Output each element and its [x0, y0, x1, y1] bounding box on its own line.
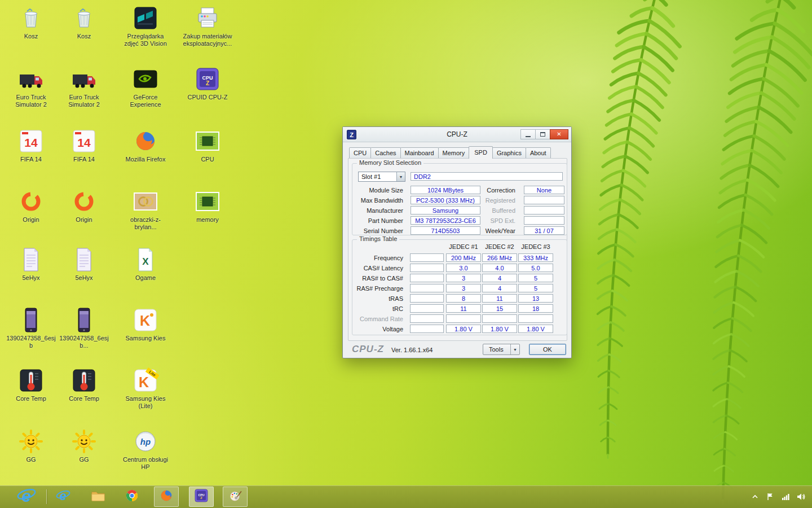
- desktop-icon-obraczki-z-brylan[interactable]: obraczki-z-brylan...: [120, 188, 171, 231]
- column-header-jedec-2: JEDEC #2: [482, 243, 517, 251]
- tab-memory[interactable]: Memory: [438, 147, 470, 158]
- taskbar-mozilla-firefox[interactable]: [154, 487, 179, 507]
- desktop-icon-przegl-darka-zdj-3d-vision[interactable]: Przeglądarka zdjęć 3D Vision: [120, 5, 171, 47]
- taskbar: eeCPUZ: [0, 485, 812, 508]
- desktop-icon-fifa-14[interactable]: 14FIFA 14: [58, 128, 110, 163]
- ie-icon: e: [55, 487, 72, 506]
- tray-flag-icon[interactable]: [766, 492, 775, 501]
- tab-mainboard[interactable]: Mainboard: [400, 147, 439, 158]
- tools-dropdown-arrow-icon[interactable]: ▼: [510, 344, 519, 354]
- desktop-icon-origin[interactable]: Origin: [58, 188, 110, 224]
- tab-cpu[interactable]: CPU: [349, 147, 371, 158]
- desktop-icon-5ehyx[interactable]: 5eHyx: [5, 246, 57, 282]
- taskbar-internet-explorer-pinned[interactable]: e: [14, 487, 39, 507]
- chrome-icon: [123, 487, 140, 506]
- ras-to-cas-value-3: 5: [518, 274, 553, 282]
- voltage-value-0: [410, 325, 444, 333]
- truck-icon: [70, 65, 98, 93]
- tab-spd[interactable]: SPD: [469, 146, 493, 159]
- desktop-icon-core-temp[interactable]: Core Temp: [5, 367, 57, 402]
- desktop-icon-euro-truck-simulator-2[interactable]: Euro Truck Simulator 2: [58, 65, 110, 108]
- command-rate-value-0: [410, 314, 444, 323]
- taskbar-cpu-z[interactable]: CPUZ: [189, 487, 214, 507]
- tab-about[interactable]: About: [526, 147, 551, 158]
- desktop-icon-core-temp[interactable]: Core Temp: [58, 367, 110, 402]
- desktop-icon-kosz[interactable]: Kosz: [58, 5, 110, 40]
- command-rate-value-3: [518, 314, 553, 323]
- desktop-icon-samsung-kies[interactable]: KSamsung Kies: [120, 306, 171, 342]
- desktop-icon-label: FIFA 14: [58, 156, 110, 163]
- chip-photo-icon: [194, 128, 221, 155]
- column-header-jedec-3: JEDEC #3: [518, 243, 553, 251]
- svg-text:14: 14: [77, 136, 91, 149]
- desktop-icon-label: GG: [5, 456, 57, 463]
- desktop-icon-zakup-materia-w-eksploatacyjnyc[interactable]: Zakup materiałów eksploatacyjnyc...: [182, 5, 233, 47]
- spd-ext-field: [524, 216, 564, 225]
- desktop-icon-label: CPU: [182, 156, 233, 163]
- frequency-value-2: 266 MHz: [482, 253, 517, 262]
- desktop-icon-gg[interactable]: GG: [5, 428, 57, 463]
- chip-photo-icon: [194, 188, 221, 215]
- tray-network-icon[interactable]: [781, 492, 790, 501]
- desktop-icon-5ehyx[interactable]: 5eHyx: [58, 246, 110, 282]
- tray-chevron-up-icon[interactable]: [751, 492, 760, 501]
- recycle-bin-icon: [17, 5, 45, 32]
- tab-graphics[interactable]: Graphics: [492, 147, 526, 158]
- voltage-value-3: 1.80 V: [518, 325, 553, 333]
- desktop-icon-mozilla-firefox[interactable]: Mozilla Firefox: [120, 128, 171, 163]
- desktop-icon-samsung-kies-lite[interactable]: KLiteSamsung Kies (Lite): [120, 367, 171, 410]
- fifa-icon: 14: [70, 128, 98, 155]
- desktop-icon-geforce-experience[interactable]: GeForce Experience: [120, 65, 171, 108]
- cas-latency-value-3: 5.0: [518, 264, 553, 272]
- taskbar-file-explorer[interactable]: [87, 487, 109, 507]
- desktop-icon-euro-truck-simulator-2[interactable]: Euro Truck Simulator 2: [5, 65, 57, 108]
- dropdown-arrow-icon[interactable]: ▼: [396, 172, 405, 181]
- desktop-icon-origin[interactable]: Origin: [5, 188, 57, 224]
- buffered-field: [524, 206, 564, 214]
- spd-ext-label: SPD Ext.: [480, 216, 519, 225]
- ras-to-cas-label: RAS# to CAS#: [352, 274, 407, 282]
- taskbar-internet-explorer[interactable]: e: [52, 487, 74, 507]
- desktop-icon-gg[interactable]: GG: [58, 428, 110, 463]
- taskbar-paint[interactable]: [223, 487, 248, 507]
- phone-icon: [70, 306, 98, 334]
- taskbar-google-chrome[interactable]: [121, 487, 143, 507]
- gg-icon: [17, 428, 45, 455]
- frequency-value-3: 333 MHz: [518, 253, 553, 262]
- desktop-icon-label: Core Temp: [58, 395, 110, 402]
- minimize-button[interactable]: [520, 129, 536, 139]
- desktop-icon-fifa-14[interactable]: 14FIFA 14: [5, 128, 57, 163]
- command-rate-label: Command Rate: [352, 314, 407, 323]
- timings-table-group: Timings Table JEDEC #1JEDEC #2JEDEC #3Fr…: [352, 239, 567, 335]
- maximize-button[interactable]: [535, 129, 550, 139]
- ok-button[interactable]: OK: [529, 344, 566, 355]
- desktop-icon-memory[interactable]: memory: [182, 188, 233, 224]
- memory-type-field: DDR2: [411, 172, 563, 181]
- close-button[interactable]: ✕: [550, 129, 568, 139]
- desktop-icon-1390247358-6esjb[interactable]: 1390247358_6esjb...: [58, 306, 110, 349]
- cas-latency-value-0: [410, 264, 444, 272]
- desktop-icon-ogame[interactable]: XOgame: [120, 246, 171, 282]
- ras-to-cas-value-0: [410, 274, 444, 282]
- tray-volume-icon[interactable]: [796, 492, 805, 501]
- doc-icon: [17, 246, 45, 273]
- desktop-icon-cpuid-cpu-z[interactable]: CPUZCPUID CPU-Z: [182, 65, 233, 101]
- desktop-icon-label: GeForce Experience: [120, 94, 171, 108]
- desktop-icon-label: GG: [58, 456, 110, 463]
- max-bandwidth-label: Max Bandwidth: [352, 196, 407, 204]
- tools-button-label: Tools: [489, 346, 504, 353]
- command-rate-value-2: [482, 314, 517, 323]
- desktop-icon-1390247358-6esjb[interactable]: 1390247358_6esjb: [5, 306, 57, 349]
- svg-text:Z: Z: [200, 496, 202, 500]
- desktop-icon-cpu[interactable]: CPU: [182, 128, 233, 163]
- desktop-icon-centrum-obs-ugi-hp[interactable]: hpCentrum obsługi HP: [120, 428, 171, 471]
- kies-icon: K: [132, 306, 159, 334]
- desktop-icon-kosz[interactable]: Kosz: [5, 5, 57, 40]
- ras-precharge-value-0: [410, 284, 444, 292]
- tools-button[interactable]: Tools ▼: [483, 344, 520, 355]
- memory-slot-select[interactable]: Slot #1▼: [358, 172, 405, 182]
- tab-caches[interactable]: Caches: [370, 147, 400, 158]
- window-titlebar[interactable]: Z CPU-Z ✕: [343, 127, 571, 142]
- ras-precharge-value-1: 3: [446, 284, 481, 292]
- gg-icon: [70, 428, 98, 455]
